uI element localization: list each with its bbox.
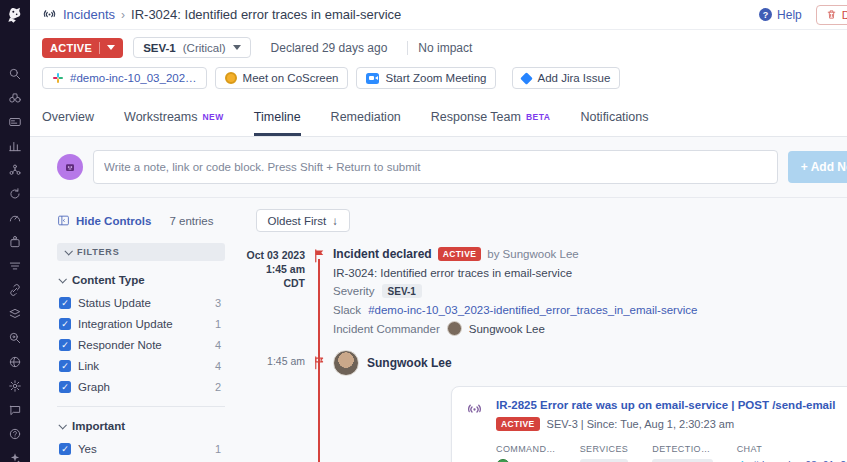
jira-icon (521, 72, 534, 85)
flag-icon (305, 247, 333, 336)
checkbox-checked[interactable]: ✓ (59, 339, 71, 351)
entry-author: by Sungwook Lee (487, 248, 578, 260)
incident-radar-icon (466, 399, 483, 462)
filter-graph[interactable]: ✓ Graph 2 (57, 376, 225, 397)
slack-channel-label: #demo-inc-10_03_202… (70, 72, 197, 84)
add-jira-button[interactable]: Add Jira Issue (512, 67, 620, 89)
incident-card-meta: SEV-3 | Since: Tue, Aug 1, 2:30:23 am (547, 418, 735, 430)
filter-link[interactable]: ✓ Link 4 (57, 355, 225, 376)
filter-responder-note[interactable]: ✓ Responder Note 4 (57, 334, 225, 355)
slack-channel-button[interactable]: #demo-inc-10_03_202… (42, 67, 207, 89)
author-avatar (333, 350, 359, 376)
chevron-down-icon (107, 45, 115, 50)
zoom-meeting-button[interactable]: Start Zoom Meeting (356, 67, 496, 89)
jira-label: Add Jira Issue (537, 72, 610, 84)
card-icon[interactable] (8, 114, 23, 129)
controls-row: Hide Controls 7 entries Oldest First ↓ (30, 198, 847, 241)
help-icon: ? (759, 8, 772, 21)
add-note-button[interactable]: + Add Note (788, 151, 847, 183)
flag-outline-icon (305, 350, 333, 462)
coscreen-icon (225, 72, 237, 84)
binoculars-icon[interactable] (8, 90, 23, 105)
chat-column: CHAT #demo-inc-08_01_2023-error_rate_was… (737, 444, 847, 462)
gauge-icon[interactable] (8, 210, 23, 225)
slack-icon (52, 72, 64, 84)
tab-overview[interactable]: Overview (42, 104, 94, 136)
entry-description: IR-3024: Identified error traces in emai… (333, 267, 847, 279)
filters-header-label: FILTERS (77, 247, 119, 257)
feedback-icon[interactable] (8, 402, 23, 417)
filter-important-yes[interactable]: ✓ Yes 1 (57, 438, 225, 459)
sparkle-icon[interactable] (8, 450, 23, 462)
link-icon[interactable] (8, 282, 23, 297)
filter-status-update[interactable]: ✓ Status Update 3 (57, 292, 225, 313)
filters-header[interactable]: FILTERS (57, 243, 225, 261)
entry-title: Incident declared (333, 247, 432, 261)
help-circle-icon[interactable] (8, 426, 23, 441)
filter-group-content-type[interactable]: Content Type (59, 274, 225, 286)
filters-panel: FILTERS Content Type ✓ Status Update 3 ✓… (57, 243, 225, 462)
timeline-body: FILTERS Content Type ✓ Status Update 3 ✓… (30, 241, 847, 462)
catalog-icon[interactable] (8, 306, 23, 321)
chevron-down-icon (58, 275, 66, 283)
checkbox-checked[interactable]: ✓ (59, 360, 71, 372)
integrations-row: #demo-inc-10_03_202… Meet on CoScreen St… (30, 63, 847, 98)
app-sidebar (0, 0, 30, 462)
checkbox-checked[interactable]: ✓ (59, 318, 71, 330)
filter-count: 2 (215, 381, 223, 393)
composer-avatar (57, 154, 83, 180)
tab-response-team[interactable]: Response TeamBETA (431, 104, 551, 136)
main-area: Incidents › IR-3024: Identified error tr… (30, 0, 847, 462)
integrations-icon[interactable] (8, 234, 23, 249)
breadcrumb: Incidents › IR-3024: Identified error tr… (42, 7, 401, 22)
linked-incident-card[interactable]: IR-2825 Error rate was up on email-servi… (451, 386, 847, 462)
collapse-panel-icon (57, 214, 70, 227)
analytics-icon[interactable] (8, 138, 23, 153)
help-link[interactable]: ? Help (759, 8, 802, 22)
zoom-icon (366, 73, 379, 84)
tabs-row: Overview WorkstreamsNEW Timeline Remedia… (30, 98, 847, 137)
topbar: Incidents › IR-3024: Identified error tr… (30, 0, 847, 30)
note-input[interactable] (93, 150, 778, 184)
author-name: Sungwook Lee (367, 350, 452, 376)
org-icon[interactable] (8, 162, 23, 177)
sort-order-button[interactable]: Oldest First ↓ (256, 209, 351, 232)
status-row: ACTIVE SEV-1 (Critical) Declared 29 days… (30, 30, 847, 63)
timeline-entry-note: 1:45 am Sungwook Lee (243, 350, 847, 462)
active-badge: ACTIVE (496, 417, 540, 431)
tab-timeline[interactable]: Timeline (254, 104, 301, 136)
search-icon[interactable] (8, 66, 23, 81)
coscreen-button[interactable]: Meet on CoScreen (215, 67, 349, 89)
checkbox-checked[interactable]: ✓ (59, 443, 71, 455)
status-dropdown[interactable]: ACTIVE (42, 38, 123, 58)
entry-content: Sungwook Lee IR-2825 Error rate was up o… (333, 350, 847, 462)
tab-notifications[interactable]: Notifications (580, 104, 648, 136)
checkbox-checked[interactable]: ✓ (59, 381, 71, 393)
delete-button[interactable]: Delete (816, 5, 847, 25)
status-page-icon[interactable] (8, 354, 23, 369)
severity-dropdown[interactable]: SEV-1 (Critical) (133, 37, 250, 58)
entries-count: 7 entries (169, 215, 213, 227)
tab-remediation[interactable]: Remediation (331, 104, 401, 136)
retro-icon[interactable] (8, 186, 23, 201)
timeline-entry-declared: Oct 03 2023 1:45 am CDT Incident declare… (243, 243, 847, 336)
entry-content: Incident declared ACTIVE by Sungwook Lee… (333, 247, 847, 336)
chevron-down-icon (64, 247, 72, 255)
tab-workstreams[interactable]: WorkstreamsNEW (124, 104, 224, 136)
filter-integration-update[interactable]: ✓ Integration Update 1 (57, 313, 225, 334)
breadcrumb-incidents-link[interactable]: Incidents (63, 7, 115, 22)
slack-label: Slack (333, 304, 361, 316)
firehydrant-logo-icon[interactable] (5, 6, 25, 26)
delete-label: Delete (842, 9, 847, 21)
incident-card-title[interactable]: IR-2825 Error rate was up on email-servi… (496, 399, 847, 411)
filters-icon[interactable] (8, 258, 23, 273)
settings-gear-icon[interactable] (8, 378, 23, 393)
hide-controls-button[interactable]: Hide Controls (57, 214, 151, 227)
filter-group-important[interactable]: Important (59, 420, 225, 432)
topbar-actions: ? Help Delete (759, 5, 847, 25)
audit-icon[interactable] (8, 330, 23, 345)
slack-channel-link[interactable]: #demo-inc-10_03_2023-identified_error_tr… (368, 304, 697, 316)
filter-count: 4 (215, 339, 223, 351)
checkbox-checked[interactable]: ✓ (59, 297, 71, 309)
timeline-content: + Add Note Hide Controls 7 entries Oldes… (30, 137, 847, 462)
